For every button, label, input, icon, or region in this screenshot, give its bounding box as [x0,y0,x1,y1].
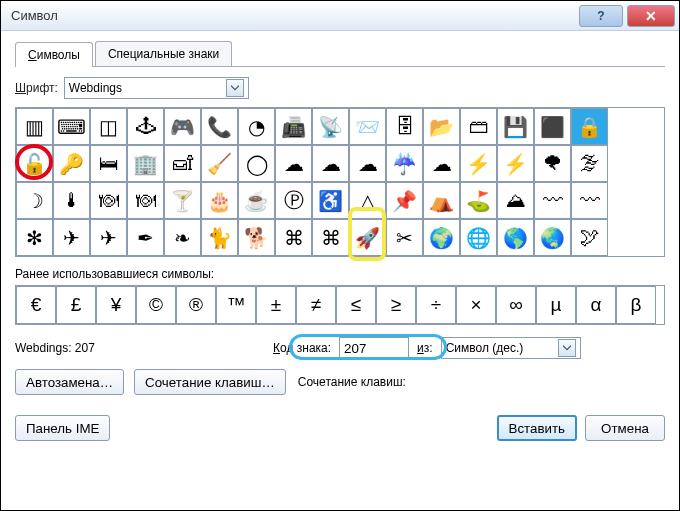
help-button[interactable]: ? [579,5,623,27]
symbol-pen[interactable]: ✒ [127,219,164,256]
symbol-folder[interactable]: 📂 [423,108,460,145]
symbol-joystick[interactable]: 🕹 [127,108,164,145]
symbol-plane2[interactable]: ✈ [90,219,127,256]
symbol-cat[interactable]: 🐈 [201,219,238,256]
cancel-button[interactable]: Отмена [585,415,665,441]
symbol-broom[interactable]: 🧹 [201,145,238,182]
symbol-leaf[interactable]: ❧ [164,219,201,256]
symbol-asterisk[interactable]: ✻ [16,219,53,256]
symbol-rain[interactable]: ☔ [386,145,423,182]
symbol-key[interactable]: 🔑 [53,145,90,182]
symbol-mountain[interactable]: ⛰ [497,182,534,219]
recent-symbol-10[interactable]: ÷ [416,286,456,324]
tab-special[interactable]: Специальные знаки [95,41,232,66]
symbol-wheelchair[interactable]: ♿ [312,182,349,219]
shortcut-display-label: Сочетание клавиш: [298,375,406,389]
recent-symbol-14[interactable]: α [576,286,616,324]
symbol-receiver[interactable]: ◔ [238,108,275,145]
close-button[interactable]: ✕ [627,5,675,27]
symbol-cake[interactable]: 🎂 [201,182,238,219]
symbol-lightning[interactable]: ⚡ [497,145,534,182]
symbol-floppy[interactable]: 💾 [497,108,534,145]
ime-panel-button[interactable]: Панель IME [15,415,110,441]
symbol-monitor[interactable]: ⬛ [534,108,571,145]
symbol-parking[interactable]: Ⓟ [275,182,312,219]
symbol-network[interactable]: ◫ [90,108,127,145]
symbol-knot1[interactable]: ⌘ [275,219,312,256]
symbol-keyboard[interactable]: ⌨ [53,108,90,145]
recent-symbol-8[interactable]: ≤ [336,286,376,324]
symbol-pushpin[interactable]: 📌 [386,182,423,219]
recent-symbol-9[interactable]: ≥ [376,286,416,324]
recent-symbol-6[interactable]: ± [256,286,296,324]
char-code-label: Код знака: [273,341,331,355]
symbol-fog[interactable]: 🌫 [571,145,608,182]
symbol-flag[interactable]: ⛳ [460,182,497,219]
symbol-coffee[interactable]: ☕ [238,182,275,219]
symbol-globe-am[interactable]: 🌎 [497,219,534,256]
symbol-cabinet[interactable]: 🗄 [386,108,423,145]
symbol-letter[interactable]: 📨 [349,108,386,145]
shortcut-button[interactable]: Сочетание клавиш… [134,369,286,395]
tab-symbols[interactable]: Символы [15,42,93,67]
recent-symbol-7[interactable]: ≠ [296,286,336,324]
recent-symbol-15[interactable]: β [616,286,656,324]
symbol-tornado[interactable]: 🌪 [534,145,571,182]
recent-symbols-row: €£¥©®™±≠≤≥÷×∞µαβ [15,285,665,325]
symbol-wave2[interactable]: 〰 [571,182,608,219]
autocorrect-button[interactable]: Автозамена… [15,369,124,395]
recent-symbol-4[interactable]: ® [176,286,216,324]
symbol-globe-eu[interactable]: 🌍 [423,219,460,256]
recent-symbol-3[interactable]: © [136,286,176,324]
symbol-moon[interactable]: ☽ [16,182,53,219]
font-select[interactable]: Webdings [64,77,249,99]
symbol-circle[interactable]: ◯ [238,145,275,182]
symbol-sofa[interactable]: 🛋 [164,145,201,182]
symbol-cutlery[interactable]: 🍽 [127,182,164,219]
from-label: из: [417,341,433,355]
from-select[interactable]: Символ (дес.) [441,337,581,359]
recent-symbol-12[interactable]: ∞ [496,286,536,324]
symbol-globe[interactable]: 🌐 [460,219,497,256]
char-code-input[interactable] [339,337,409,359]
tab-bar: Символы Специальные знаки [15,41,665,67]
symbol-plane1[interactable]: ✈ [53,219,90,256]
symbol-building[interactable]: 🏢 [127,145,164,182]
symbol-gamepad[interactable]: 🎮 [164,108,201,145]
font-value: Webdings [69,81,122,95]
symbol-plate[interactable]: 🍽 [90,182,127,219]
symbol-heavy-rain[interactable]: ☁ [423,145,460,182]
symbol-lock-open[interactable]: 🔓 [16,145,53,182]
symbol-lock-closed[interactable]: 🔒 [571,108,608,145]
from-value: Символ (дес.) [446,341,524,355]
recent-symbol-2[interactable]: ¥ [96,286,136,324]
symbol-cocktail[interactable]: 🍸 [164,182,201,219]
symbol-knot2[interactable]: ⌘ [312,219,349,256]
symbol-satellite[interactable]: 📡 [312,108,349,145]
symbol-rain-cloud[interactable]: ☁ [349,145,386,182]
recent-symbol-1[interactable]: £ [56,286,96,324]
symbol-rocket[interactable]: 🚀 [349,219,386,256]
symbol-cloud[interactable]: ☁ [275,145,312,182]
symbol-tent[interactable]: ⛺ [423,182,460,219]
symbol-phone[interactable]: 📞 [201,108,238,145]
titlebar: Символ ? ✕ [1,1,679,31]
symbol-scissors[interactable]: ✂ [386,219,423,256]
symbol-thermometer[interactable]: 🌡 [53,182,90,219]
symbol-wave1[interactable]: 〰 [534,182,571,219]
symbol-clouds[interactable]: ☁ [312,145,349,182]
symbol-triangle[interactable]: △ [349,182,386,219]
recent-symbol-11[interactable]: × [456,286,496,324]
symbol-storm[interactable]: ⚡ [460,145,497,182]
symbol-globe-as[interactable]: 🌏 [534,219,571,256]
symbol-bed[interactable]: 🛏 [90,145,127,182]
symbol-dog[interactable]: 🐕 [238,219,275,256]
insert-button[interactable]: Вставить [497,415,578,441]
symbol-barcode[interactable]: ▥ [16,108,53,145]
symbol-dove[interactable]: 🕊 [571,219,608,256]
recent-symbol-13[interactable]: µ [536,286,576,324]
symbol-drawer[interactable]: 🗃 [460,108,497,145]
recent-symbol-0[interactable]: € [16,286,56,324]
symbol-fax[interactable]: 📠 [275,108,312,145]
recent-symbol-5[interactable]: ™ [216,286,256,324]
